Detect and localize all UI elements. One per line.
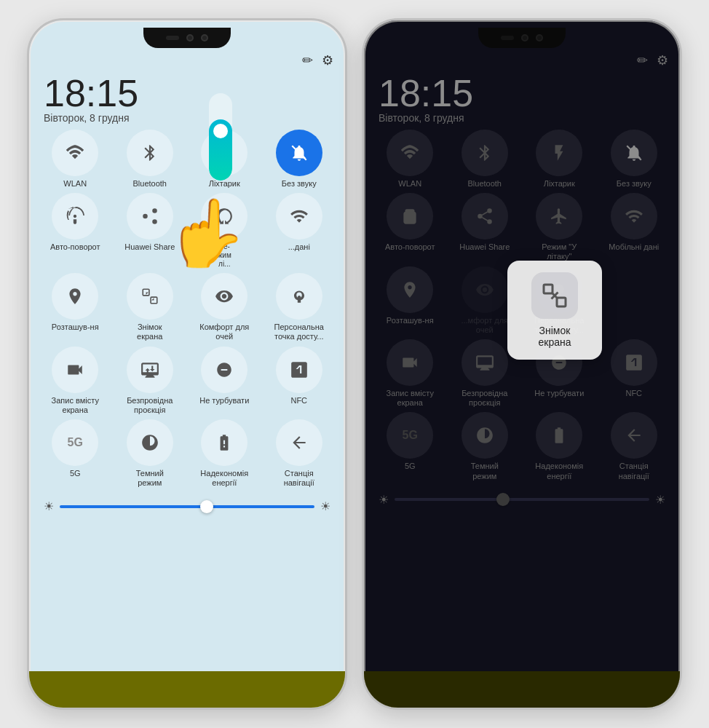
regime-label: Ре-жимлі... [218, 242, 231, 269]
qs-row-3: Розташув-ня Знімокекрана Комфорт дляочей… [38, 273, 336, 341]
svg-point-3 [152, 220, 157, 225]
date-display: Вівторок, 8 грудня [44, 112, 330, 124]
screenshot-button[interactable] [127, 273, 173, 320]
silent-label: Без звуку [282, 179, 317, 189]
qs-item-location[interactable]: Розташув-ня [42, 273, 108, 341]
volume-slider[interactable] [209, 93, 232, 181]
brightness-thumb[interactable] [200, 500, 213, 513]
screenshot-label: Знімокекрана [137, 323, 162, 341]
wlan-button[interactable] [52, 130, 98, 176]
wlan-label: WLAN [63, 179, 87, 189]
mobile-data-button[interactable] [276, 193, 322, 240]
brightness-low-icon: ☀ [44, 499, 54, 513]
qs-item-dark-mode[interactable]: Темнийрежим [117, 419, 183, 488]
qs-item-nfc[interactable]: NFC [266, 347, 332, 415]
bluetooth-button[interactable] [127, 130, 173, 176]
time-display: 18:15 [44, 74, 330, 112]
time-area: 18:15 Вівторок, 8 грудня [29, 71, 345, 130]
hotspot-button[interactable] [276, 273, 322, 320]
notch-area [29, 20, 345, 50]
svg-rect-11 [557, 298, 566, 306]
autorotate-label: Авто-поворот [50, 242, 100, 252]
edit-icon[interactable]: ✏ [302, 52, 313, 68]
qs-row-5: 5G 5G Темнийрежим Надекономіяенергії [38, 419, 336, 488]
location-button[interactable] [52, 273, 98, 320]
dark-mode-label: Темнийрежим [136, 469, 164, 488]
qs-item-screenshot[interactable]: Знімокекрана [117, 273, 183, 341]
silent-button[interactable] [276, 130, 322, 176]
mobile-data-label: ...дані [288, 242, 310, 252]
regime-button[interactable] [201, 193, 247, 240]
qs-row-1: WLAN Bluetooth Ліхтарик Без звуку [38, 130, 336, 189]
brightness-high-icon: ☀ [320, 499, 330, 513]
qs-item-5g[interactable]: 5G 5G [42, 419, 108, 488]
qs-row-2: Авто-поворот Huawei Share Ре-жимлі... ..… [38, 193, 336, 269]
huawei-share-button[interactable] [127, 193, 173, 240]
volume-bar-outer [209, 93, 232, 181]
wireless-proj-button[interactable] [127, 347, 173, 393]
brightness-area: ☀ ☀ [29, 492, 345, 521]
nav-station-button[interactable] [276, 419, 322, 466]
qs-item-nav-station[interactable]: Станціянавігації [266, 419, 332, 488]
dark-overlay [364, 20, 680, 708]
notch-camera [186, 34, 194, 41]
screen-record-button[interactable] [52, 347, 98, 393]
svg-rect-10 [544, 285, 552, 293]
screen-record-label: Запис вмістуекрана [52, 396, 99, 415]
screenshot-popup-label: Знімокекрана [538, 325, 571, 348]
qs-item-battery-save[interactable]: Надекономіяенергії [191, 419, 257, 488]
volume-dot [213, 124, 228, 138]
bluetooth-label: Bluetooth [133, 179, 167, 189]
location-label: Розташув-ня [52, 323, 99, 332]
right-phone: ✏ ⚙ 18:15 Вівторок, 8 грудня WLAN Blueto… [362, 18, 682, 710]
5g-label: 5G [70, 469, 81, 478]
qs-item-screen-record[interactable]: Запис вмістуекрана [42, 347, 108, 415]
settings-icon[interactable]: ⚙ [322, 52, 333, 68]
nfc-label: NFC [290, 396, 307, 405]
battery-save-button[interactable] [201, 419, 247, 466]
nav-station-label: Станціянавігації [284, 469, 314, 488]
notch [143, 28, 231, 48]
qs-item-mobile-data[interactable]: ...дані [266, 193, 332, 269]
home-area [29, 671, 345, 708]
qs-row-4: Запис вмістуекрана Безпровіднапроєкція Н… [38, 347, 336, 415]
screenshot-popup[interactable]: Знімокекрана [507, 261, 602, 360]
qs-item-regime[interactable]: Ре-жимлі... [191, 193, 257, 269]
qs-item-autorotate[interactable]: Авто-поворот [42, 193, 108, 269]
brightness-track[interactable] [60, 505, 314, 508]
qs-item-wlan[interactable]: WLAN [42, 130, 108, 189]
notch-camera2 [201, 34, 208, 41]
dark-mode-button[interactable] [127, 419, 173, 466]
left-phone: ✏ ⚙ 18:15 Вівторок, 8 грудня WLAN [27, 18, 347, 710]
wireless-proj-label: Безпровіднапроєкція [127, 396, 173, 415]
5g-button[interactable]: 5G [52, 419, 98, 466]
dnd-button[interactable] [201, 347, 247, 393]
quick-settings-grid: WLAN Bluetooth Ліхтарик Без звуку [29, 130, 345, 488]
svg-point-1 [152, 208, 157, 213]
qs-item-huawei-share[interactable]: Huawei Share [117, 193, 183, 269]
huawei-share-label: Huawei Share [124, 242, 175, 252]
battery-save-label: Надекономіяенергії [200, 469, 248, 488]
qs-item-dnd[interactable]: Не турбувати [191, 347, 257, 415]
dnd-label: Не турбувати [199, 396, 249, 405]
qs-item-wireless-proj[interactable]: Безпровіднапроєкція [117, 347, 183, 415]
nfc-button[interactable] [276, 347, 322, 393]
comfort-label: Комфорт дляочей [199, 323, 249, 341]
screenshot-popup-icon-box [531, 272, 578, 319]
notch-sensor [166, 36, 179, 40]
top-bar: ✏ ⚙ [29, 50, 345, 71]
qs-item-bluetooth[interactable]: Bluetooth [117, 130, 183, 189]
hotspot-label: Персональнаточка досту... [274, 323, 324, 341]
comfort-button[interactable] [201, 273, 247, 320]
autorotate-button[interactable] [52, 193, 98, 240]
svg-point-2 [143, 214, 148, 219]
qs-item-comfort[interactable]: Комфорт дляочей [191, 273, 257, 341]
qs-item-hotspot[interactable]: Персональнаточка досту... [266, 273, 332, 341]
volume-bar-fill [209, 119, 232, 181]
qs-item-silent[interactable]: Без звуку [266, 130, 332, 189]
